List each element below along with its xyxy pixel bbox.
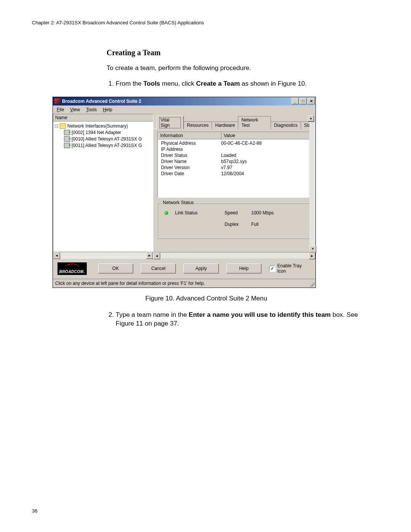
- app-icon: [54, 98, 61, 104]
- step1-tools: Tools: [143, 80, 160, 87]
- tab-vital-sign[interactable]: Vital Sign: [156, 116, 184, 129]
- list-item: Physical Address00-0C-46-CE-A2-88: [158, 140, 311, 146]
- page-number: 36: [32, 508, 37, 514]
- menu-tools[interactable]: Tools: [83, 106, 100, 113]
- resize-grip-icon[interactable]: [309, 281, 315, 287]
- nic-icon: [64, 136, 70, 142]
- detail-vscroll[interactable]: ▼: [309, 122, 315, 252]
- menubar: File View Tools Help: [53, 105, 315, 114]
- tree-hscroll[interactable]: ◄ ►: [53, 252, 153, 258]
- chapter-header: Chapter 2: AT-2931SX Broadcom Advanced C…: [32, 20, 381, 26]
- enable-tray-label: Enable Tray Icon: [277, 263, 311, 274]
- tree-item-label: [0011] Allied Telesyn AT-2931SX G: [72, 142, 142, 149]
- cancel-button[interactable]: Cancel: [141, 264, 176, 273]
- duplex-label: Duplex: [225, 222, 251, 227]
- menu-help[interactable]: Help: [100, 106, 115, 113]
- info-list-body: Physical Address00-0C-46-CE-A2-88 IP Add…: [158, 139, 311, 177]
- folder-icon: [60, 123, 66, 129]
- tree-root-label: Network Interfaces(Summary): [67, 123, 128, 129]
- scroll-down-icon[interactable]: ▼: [309, 246, 316, 252]
- section-title: Creating a Team: [107, 48, 365, 57]
- speed-value: 1000 Mbps: [251, 210, 274, 216]
- figure-caption: Figure 10. Advanced Control Suite 2 Menu: [32, 295, 381, 302]
- tab-diagnostics[interactable]: Diagnostics: [271, 121, 301, 129]
- nic-icon: [64, 143, 70, 148]
- intro-text: To create a team, perform the following …: [107, 64, 365, 73]
- close-button[interactable]: ✕: [307, 98, 315, 104]
- tabs-scroll-up-icon[interactable]: ▲: [308, 115, 314, 121]
- button-row: BROADCOM. OK Cancel Apply Help ✓ Enable …: [53, 259, 315, 279]
- tree-item[interactable]: [0002] 1394 Net Adapter: [55, 129, 153, 136]
- list-item: Driver Date12/06/2004: [158, 171, 311, 177]
- step1-pre: From the: [116, 80, 143, 87]
- network-status-group: Network Status Link Status Speed 1000 Mb…: [157, 203, 312, 239]
- tab-hardware[interactable]: Hardware: [212, 121, 238, 129]
- help-button[interactable]: Help: [226, 264, 261, 273]
- step1-create: Create a Team: [196, 80, 240, 87]
- tree-item[interactable]: [0010] Allied Telesyn AT-2931SX G: [55, 136, 153, 142]
- scroll-right-icon[interactable]: ►: [146, 252, 153, 259]
- app-window: Broadcom Advanced Control Suite 2 _ □ ✕ …: [53, 97, 316, 288]
- tree-item[interactable]: [0011] Allied Telesyn AT-2931SX G: [55, 142, 153, 149]
- step1-post: as shown in Figure 10.: [240, 80, 307, 87]
- group-legend: Network Status: [161, 200, 195, 205]
- link-status-label: Link Status: [175, 210, 212, 216]
- minimize-button[interactable]: _: [292, 98, 299, 104]
- scroll-left-icon[interactable]: ◄: [153, 252, 160, 259]
- nic-icon: [64, 130, 70, 135]
- menu-file[interactable]: File: [54, 106, 67, 113]
- list-item: Driver Nameb57xp32.sys: [158, 158, 311, 165]
- step2-bold: Enter a name you will use to identify th…: [189, 311, 331, 318]
- tab-resources[interactable]: Resources: [183, 121, 212, 129]
- device-tree[interactable]: - Network Interfaces(Summary) [0002] 139…: [53, 121, 153, 252]
- detail-hscroll[interactable]: ◄ ►: [153, 252, 315, 259]
- list-item: IP Address: [158, 146, 311, 152]
- apply-button[interactable]: Apply: [183, 264, 218, 273]
- list-item: Driver StatusLoaded: [158, 152, 311, 158]
- scroll-left-icon[interactable]: ◄: [53, 252, 60, 259]
- scroll-right-icon[interactable]: ►: [309, 252, 315, 259]
- duplex-value: Full: [251, 222, 274, 227]
- info-list: Information Value Physical Address00-0C-…: [157, 131, 312, 198]
- statusbar-text: Click on any device at left pane for det…: [55, 281, 205, 286]
- broadcom-logo: BROADCOM.: [57, 262, 87, 275]
- link-led-icon: [164, 211, 168, 215]
- tree-root[interactable]: - Network Interfaces(Summary): [55, 123, 153, 129]
- tabs: Vital Sign Resources Hardware Network Te…: [153, 114, 315, 129]
- menu-view[interactable]: View: [67, 106, 83, 113]
- window-title: Broadcom Advanced Control Suite 2: [62, 99, 141, 104]
- tab-network-test[interactable]: Network Test: [238, 116, 271, 129]
- tree-item-label: [0010] Allied Telesyn AT-2931SX G: [72, 136, 142, 142]
- list-item: Driver Versionv7.97: [158, 165, 311, 171]
- step-2: Type a team name in the Enter a name you…: [116, 311, 365, 328]
- device-tree-pane: Name - Network Interfaces(Summary) [0002…: [53, 114, 153, 259]
- speed-label: Speed: [225, 210, 251, 216]
- detail-pane: Vital Sign Resources Hardware Network Te…: [153, 114, 315, 259]
- col-value[interactable]: Value: [221, 132, 311, 139]
- maximize-button[interactable]: □: [299, 98, 307, 104]
- tree-item-label: [0002] 1394 Net Adapter: [72, 129, 121, 136]
- titlebar: Broadcom Advanced Control Suite 2 _ □ ✕: [53, 97, 315, 105]
- step2-pre: Type a team name in the: [116, 311, 189, 318]
- step1-mid: menu, click: [160, 80, 196, 87]
- tree-header-name[interactable]: Name: [53, 114, 153, 121]
- collapse-icon[interactable]: -: [55, 125, 58, 128]
- ok-button[interactable]: OK: [98, 264, 133, 273]
- col-information[interactable]: Information: [158, 132, 221, 139]
- enable-tray-checkbox[interactable]: ✓: [269, 265, 276, 272]
- statusbar: Click on any device at left pane for det…: [53, 279, 315, 288]
- step-1: From the Tools menu, click Create a Team…: [116, 80, 365, 88]
